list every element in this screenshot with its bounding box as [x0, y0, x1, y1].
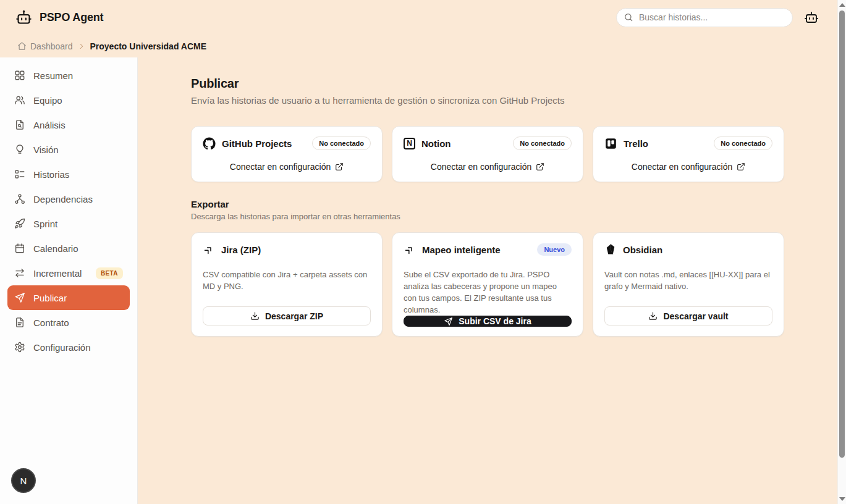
scroll-down-arrow[interactable]: [839, 497, 845, 501]
trello-icon: [604, 137, 617, 150]
search-wrap: [616, 8, 793, 27]
github-icon: [203, 137, 216, 150]
status-badge: No conectado: [714, 136, 772, 150]
upload-csv-button[interactable]: Subir CSV de Jira: [404, 316, 572, 327]
robot-button-icon[interactable]: [804, 10, 819, 25]
export-section-subtitle: Descarga las historias para importar en …: [191, 212, 784, 221]
breadcrumb: Dashboard Proyecto Universidad ACME: [0, 35, 837, 57]
sidebar-item-sprint[interactable]: Sprint: [7, 211, 130, 236]
jira-icon: [203, 243, 215, 256]
grid-icon: [14, 70, 25, 81]
integration-card-notion: N Notion No conectado Conectar en config…: [392, 126, 583, 182]
download-vault-button[interactable]: Descargar vault: [604, 306, 772, 326]
notion-icon: N: [404, 138, 415, 149]
file-search-icon: [14, 119, 25, 130]
search-input[interactable]: [616, 8, 793, 27]
page-title: Publicar: [191, 77, 784, 91]
download-icon: [648, 311, 658, 321]
chevron-right-icon: [77, 42, 86, 51]
app-title: PSPO Agent: [40, 11, 103, 24]
download-zip-button[interactable]: Descargar ZIP: [203, 306, 371, 326]
obsidian-icon: [604, 243, 617, 256]
status-badge: No conectado: [513, 136, 572, 150]
send-icon: [14, 292, 25, 303]
sidebar-item-resumen[interactable]: Resumen: [7, 63, 130, 88]
nuevo-badge: Nuevo: [537, 243, 572, 256]
send-icon: [444, 317, 453, 326]
jira-icon: [404, 243, 416, 256]
external-link-icon: [335, 162, 344, 171]
breadcrumb-dashboard-label: Dashboard: [30, 41, 73, 51]
sidebar-item-vision[interactable]: Visión: [7, 137, 130, 162]
status-badge: No conectado: [312, 136, 371, 150]
vertical-scrollbar: [837, 0, 846, 504]
sidebar-item-analisis[interactable]: Análisis: [7, 112, 130, 137]
sidebar-item-publicar[interactable]: Publicar: [7, 285, 130, 310]
download-icon: [250, 311, 260, 321]
sidebar-item-dependencias[interactable]: Dependencias: [7, 187, 130, 211]
search-icon: [624, 12, 633, 22]
avatar-initial: N: [20, 476, 27, 486]
export-card-description: Vault con notas .md, enlaces [[HU-XX]] p…: [604, 269, 772, 293]
sidebar-item-calendario[interactable]: Calendario: [7, 236, 130, 261]
breadcrumb-current: Proyecto Universidad ACME: [90, 41, 207, 51]
robot-logo-icon: [15, 9, 32, 26]
list-icon: [14, 169, 25, 180]
export-section-title: Exportar: [191, 199, 784, 209]
beta-badge: BETA: [96, 267, 123, 279]
page-subtitle: Envía las historias de usuario a tu herr…: [191, 95, 784, 106]
top-header: PSPO Agent: [0, 0, 837, 35]
main-content: Publicar Envía las historias de usuario …: [138, 57, 837, 504]
export-card-obsidian: Obsidian Vault con notas .md, enlaces [[…: [593, 232, 784, 337]
export-card-description: CSV compatible con Jira + carpeta assets…: [203, 269, 371, 293]
hierarchy-icon: [14, 193, 25, 204]
sidebar-item-historias[interactable]: Historias: [7, 162, 130, 187]
users-icon: [14, 94, 25, 106]
sidebar-item-contrato[interactable]: Contrato: [7, 310, 130, 335]
scroll-up-arrow[interactable]: [839, 3, 845, 7]
sidebar-item-incremental[interactable]: Incremental BETA: [7, 261, 130, 285]
user-avatar[interactable]: N: [11, 468, 36, 493]
connect-settings-link[interactable]: Conectar en configuración: [230, 162, 344, 172]
integration-card-trello: Trello No conectado Conectar en configur…: [593, 126, 784, 182]
integrations-row: GitHub Projects No conectado Conectar en…: [191, 126, 784, 182]
external-link-icon: [737, 162, 745, 171]
calendar-icon: [14, 243, 25, 254]
breadcrumb-dashboard-link[interactable]: Dashboard: [17, 41, 73, 51]
sidebar-item-equipo[interactable]: Equipo: [7, 88, 130, 112]
app-window: PSPO Agent Dashboard Proyecto Universida…: [0, 0, 837, 504]
rocket-icon: [14, 218, 25, 229]
integration-card-github: GitHub Projects No conectado Conectar en…: [191, 126, 383, 182]
swap-arrows-icon: [14, 267, 25, 279]
export-card-description: Sube el CSV exportado de tu Jira. PSPO a…: [404, 269, 572, 316]
sidebar: Resumen Equipo Análisis Visión Historias…: [0, 57, 138, 504]
export-card-jira-zip: Jira (ZIP) CSV compatible con Jira + car…: [191, 232, 383, 337]
lightbulb-icon: [14, 144, 25, 155]
file-text-icon: [14, 317, 25, 328]
sidebar-item-configuracion[interactable]: Configuración: [7, 335, 130, 359]
connect-settings-link[interactable]: Conectar en configuración: [632, 162, 745, 172]
home-icon: [17, 41, 27, 51]
export-card-mapeo-inteligente: Mapeo inteligente Nuevo Sube el CSV expo…: [392, 232, 583, 337]
scrollbar-thumb[interactable]: [839, 10, 845, 458]
export-row: Jira (ZIP) CSV compatible con Jira + car…: [191, 232, 784, 337]
gear-icon: [14, 342, 25, 353]
connect-settings-link[interactable]: Conectar en configuración: [431, 162, 544, 172]
external-link-icon: [536, 162, 544, 171]
